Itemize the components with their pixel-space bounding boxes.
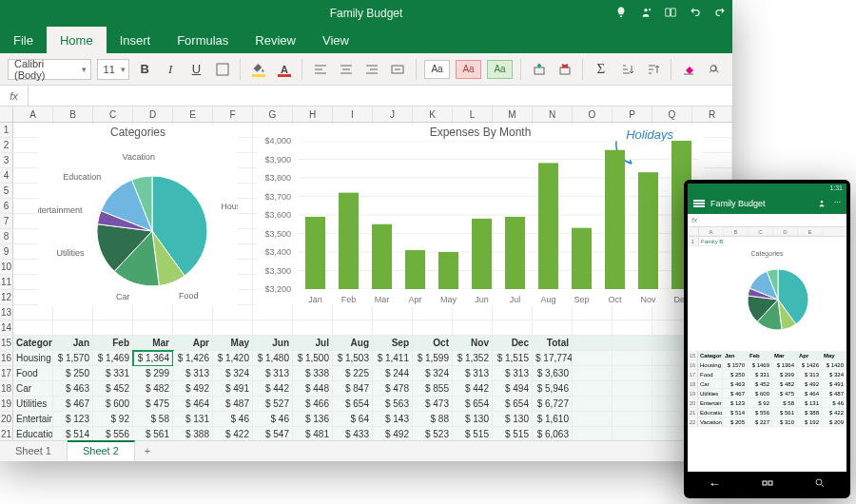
- row-header[interactable]: 2: [0, 138, 13, 153]
- cell[interactable]: $ 654: [333, 397, 373, 412]
- cell[interactable]: [692, 123, 732, 138]
- column-header[interactable]: J: [373, 107, 413, 122]
- cell[interactable]: [573, 153, 613, 168]
- cell[interactable]: [133, 184, 173, 199]
- font-color-button[interactable]: A: [274, 59, 294, 80]
- cell[interactable]: [573, 214, 613, 229]
- cell[interactable]: [613, 381, 652, 397]
- row-header[interactable]: 15: [0, 336, 13, 351]
- cell[interactable]: $ 388: [173, 427, 213, 440]
- cell[interactable]: $ 515: [453, 427, 493, 440]
- cell[interactable]: [493, 320, 533, 336]
- cell[interactable]: [13, 153, 53, 168]
- tab-insert[interactable]: Insert: [107, 27, 165, 53]
- column-header[interactable]: R: [692, 107, 732, 122]
- italic-button[interactable]: I: [161, 59, 181, 80]
- cell[interactable]: [53, 214, 93, 229]
- cell[interactable]: [373, 138, 413, 153]
- cell[interactable]: [573, 397, 613, 412]
- column-header[interactable]: L: [453, 107, 493, 122]
- cell[interactable]: $ 1,364: [133, 351, 173, 366]
- cell[interactable]: [613, 397, 652, 412]
- cell[interactable]: [13, 260, 53, 275]
- column-header[interactable]: O: [573, 107, 613, 122]
- cell[interactable]: [613, 153, 652, 168]
- row-header[interactable]: 12: [0, 290, 13, 305]
- cell[interactable]: [493, 229, 533, 244]
- cell[interactable]: $ 1,500: [293, 351, 333, 366]
- cell[interactable]: [373, 199, 413, 214]
- cell[interactable]: [13, 229, 53, 244]
- cell[interactable]: [133, 275, 173, 290]
- cell[interactable]: $ 46: [253, 412, 293, 427]
- cell[interactable]: [93, 214, 133, 229]
- find-button[interactable]: [705, 59, 725, 80]
- row-header[interactable]: 6: [0, 199, 13, 214]
- cell[interactable]: [493, 138, 533, 153]
- cell[interactable]: Family Budget: [53, 123, 93, 138]
- align-center-button[interactable]: [337, 59, 357, 80]
- cell[interactable]: [573, 275, 613, 290]
- cell[interactable]: [293, 229, 333, 244]
- cell[interactable]: $ 244: [373, 366, 413, 381]
- cell[interactable]: [533, 260, 573, 275]
- cell[interactable]: [293, 123, 333, 138]
- sort-desc-button[interactable]: [643, 59, 663, 80]
- cell[interactable]: [573, 427, 613, 440]
- cell[interactable]: Food: [13, 366, 53, 381]
- cell[interactable]: [173, 199, 213, 214]
- column-header[interactable]: D: [133, 107, 173, 122]
- cell[interactable]: [93, 153, 133, 168]
- read-mode-icon[interactable]: [664, 6, 677, 21]
- cell[interactable]: [413, 153, 453, 168]
- cell[interactable]: $ 654: [493, 397, 533, 412]
- cell[interactable]: [692, 153, 732, 168]
- tab-formulas[interactable]: Formulas: [164, 27, 242, 53]
- cell[interactable]: $ 92: [93, 412, 133, 427]
- row-header[interactable]: 1: [0, 123, 13, 138]
- row-header[interactable]: 14: [0, 320, 13, 336]
- cell[interactable]: $ 338: [293, 366, 333, 381]
- cell[interactable]: [613, 412, 652, 427]
- cell[interactable]: [93, 244, 133, 260]
- cell[interactable]: $ 5,946: [533, 381, 573, 397]
- cell[interactable]: [133, 305, 173, 320]
- cell[interactable]: [533, 229, 573, 244]
- cell[interactable]: [53, 320, 93, 336]
- tab-view[interactable]: View: [309, 27, 362, 53]
- cell[interactable]: [53, 305, 93, 320]
- cell[interactable]: $ 6,063: [533, 427, 573, 440]
- cell[interactable]: $ 452: [93, 381, 133, 397]
- cell[interactable]: $ 64: [333, 412, 373, 427]
- cell[interactable]: [573, 199, 613, 214]
- cell[interactable]: [93, 184, 133, 199]
- undo-icon[interactable]: [689, 6, 702, 21]
- cell[interactable]: $ 422: [213, 427, 253, 440]
- cell[interactable]: [133, 214, 173, 229]
- cell[interactable]: [53, 260, 93, 275]
- cell[interactable]: Category: [13, 336, 53, 351]
- cell[interactable]: [613, 290, 652, 305]
- cell[interactable]: [253, 199, 293, 214]
- underline-button[interactable]: U: [186, 59, 206, 80]
- cell[interactable]: [573, 320, 613, 336]
- cell[interactable]: [652, 123, 692, 138]
- cell[interactable]: [53, 244, 93, 260]
- cell[interactable]: [413, 305, 453, 320]
- tab-review[interactable]: Review: [242, 27, 309, 53]
- delete-cells-button[interactable]: [554, 59, 574, 80]
- cell[interactable]: [333, 305, 373, 320]
- cell[interactable]: [213, 123, 253, 138]
- cell[interactable]: $ 494: [493, 381, 533, 397]
- cell[interactable]: [413, 275, 453, 290]
- cell[interactable]: [333, 320, 373, 336]
- cell[interactable]: [133, 229, 173, 244]
- cell[interactable]: Mar: [133, 336, 173, 351]
- cell[interactable]: [13, 199, 53, 214]
- cell[interactable]: $ 464: [173, 397, 213, 412]
- cell[interactable]: [373, 290, 413, 305]
- column-header[interactable]: Q: [652, 107, 692, 122]
- cell[interactable]: $ 131: [173, 412, 213, 427]
- cell[interactable]: [93, 138, 133, 153]
- cell[interactable]: [333, 229, 373, 244]
